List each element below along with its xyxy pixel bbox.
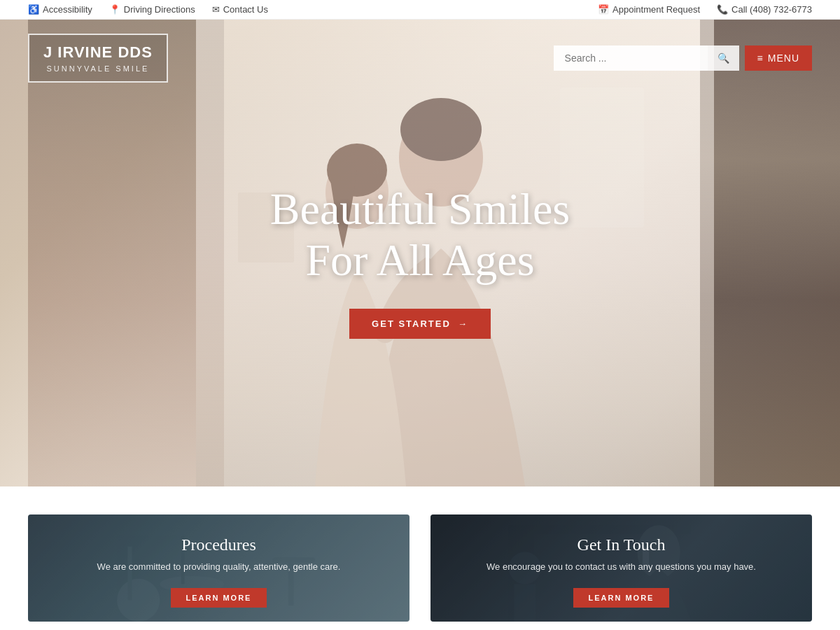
menu-button[interactable]: ≡ MENU xyxy=(745,46,812,71)
logo-sub: SUNNYVALE SMILE xyxy=(43,64,153,73)
top-bar-left: ♿ Accessibility 📍 Driving Directions ✉ C… xyxy=(28,4,268,15)
contact-link[interactable]: ✉ Contact Us xyxy=(212,4,268,15)
hamburger-icon: ≡ xyxy=(757,52,764,64)
touch-desc: We encourage you to contact us with any … xyxy=(486,560,756,574)
hero-text: Beautiful Smiles For All Ages GET STARTE… xyxy=(210,183,630,339)
top-bar: ♿ Accessibility 📍 Driving Directions ✉ C… xyxy=(0,0,840,20)
get-in-touch-card: Get In Touch We encourage you to contact… xyxy=(430,514,812,622)
procedures-desc: We are committed to providing quality, a… xyxy=(97,560,341,574)
procedures-learn-more-button[interactable]: LEARN MORE xyxy=(171,588,267,608)
svg-point-2 xyxy=(400,98,482,161)
directions-icon: 📍 xyxy=(109,4,120,15)
touch-btn-label: LEARN MORE xyxy=(589,594,654,602)
call-label: Call (408) 732-6773 xyxy=(732,4,812,15)
appointment-link[interactable]: 📅 Appointment Request xyxy=(598,4,700,15)
calendar-icon: 📅 xyxy=(598,4,609,15)
procedures-card: Procedures We are committed to providing… xyxy=(28,514,410,622)
accessibility-link[interactable]: ♿ Accessibility xyxy=(28,4,92,15)
procedures-card-content: Procedures We are committed to providing… xyxy=(28,514,410,622)
procedures-text-area: Procedures We are committed to providing… xyxy=(97,536,341,574)
accessibility-icon: ♿ xyxy=(28,4,39,15)
procedures-btn-label: LEARN MORE xyxy=(186,594,252,602)
appointment-label: Appointment Request xyxy=(612,4,700,15)
nav-right: 🔍 ≡ MENU xyxy=(554,46,812,71)
hero-headline: Beautiful Smiles For All Ages xyxy=(210,183,630,286)
directions-label: Driving Directions xyxy=(124,4,195,15)
contact-label: Contact Us xyxy=(223,4,268,15)
touch-title: Get In Touch xyxy=(578,536,666,554)
search-bar: 🔍 xyxy=(554,46,739,71)
touch-learn-more-button[interactable]: LEARN MORE xyxy=(573,588,670,608)
menu-label: MENU xyxy=(768,52,799,64)
cards-section: Procedures We are committed to providing… xyxy=(0,486,840,630)
contact-icon: ✉ xyxy=(212,4,220,15)
search-input[interactable] xyxy=(554,46,708,71)
hero-headline-line2: For All Ages xyxy=(305,235,534,285)
get-started-label: GET STARTED xyxy=(372,318,451,329)
touch-text-area: Get In Touch We encourage you to contact… xyxy=(486,536,756,574)
phone-icon: 📞 xyxy=(717,4,728,15)
search-icon: 🔍 xyxy=(718,52,729,64)
directions-link[interactable]: 📍 Driving Directions xyxy=(109,4,195,15)
procedures-title: Procedures xyxy=(181,536,256,554)
get-started-button[interactable]: GET STARTED → xyxy=(349,309,491,339)
touch-card-content: Get In Touch We encourage you to contact… xyxy=(430,514,812,622)
call-link[interactable]: 📞 Call (408) 732-6773 xyxy=(717,4,812,15)
arrow-icon: → xyxy=(458,318,468,329)
search-button[interactable]: 🔍 xyxy=(708,46,739,71)
logo: J IRVINE DDS SUNNYVALE SMILE xyxy=(28,34,168,83)
header-nav: J IRVINE DDS SUNNYVALE SMILE 🔍 ≡ MENU xyxy=(0,20,840,97)
logo-main: J IRVINE DDS xyxy=(43,43,153,62)
hero-headline-line1: Beautiful Smiles xyxy=(270,184,570,234)
top-bar-right: 📅 Appointment Request 📞 Call (408) 732-6… xyxy=(598,4,812,15)
hero-section: J IRVINE DDS SUNNYVALE SMILE 🔍 ≡ MENU Be… xyxy=(0,20,840,486)
accessibility-label: Accessibility xyxy=(43,4,92,15)
